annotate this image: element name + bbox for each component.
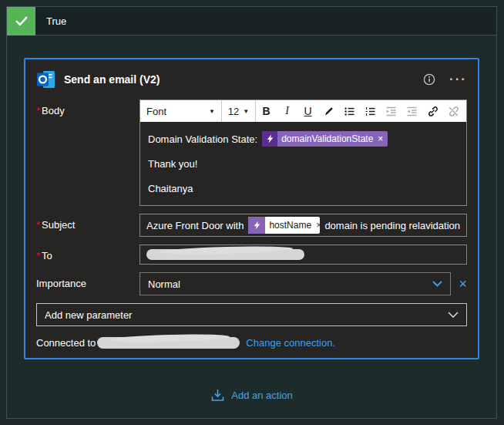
add-action-button[interactable]: Add an action	[210, 389, 293, 402]
token-label: domainValidationState	[277, 133, 377, 144]
field-label-importance: Importance	[36, 272, 139, 295]
subject-text-suffix: domain is pending relavidation	[324, 220, 460, 231]
body-text: Chaitanya	[148, 183, 193, 194]
indent-icon[interactable]	[402, 100, 422, 122]
subject-text-prefix: Azure Front Door with	[146, 220, 244, 231]
send-email-card[interactable]: Send an email (V2) ··· *Body	[24, 58, 479, 359]
required-marker: *	[36, 219, 40, 231]
card-fields: *Body Font ▼ 12 ▼	[36, 100, 467, 349]
bullet-list-icon[interactable]	[339, 100, 360, 122]
token-label: hostName	[265, 220, 315, 231]
dropdown-arrow-icon: ▼	[243, 108, 249, 115]
font-family-dropdown[interactable]: Font ▼	[140, 100, 222, 122]
logic-app-designer: True Send an email (V2) ···	[0, 0, 504, 425]
true-branch-header[interactable]: True	[7, 7, 496, 35]
outdent-icon[interactable]	[381, 100, 402, 122]
body-richtext-editor[interactable]: Font ▼ 12 ▼ B I U	[139, 100, 467, 206]
outlook-icon	[36, 69, 56, 89]
subject-row: *Subject Azure Front Door with hostName …	[36, 214, 467, 237]
ellipsis-menu[interactable]: ···	[449, 76, 467, 83]
expression-icon	[262, 131, 277, 147]
remove-importance-button[interactable]: ×	[459, 277, 467, 291]
add-action-icon	[210, 389, 225, 402]
bold-button[interactable]: B	[256, 100, 277, 122]
required-marker: *	[36, 105, 40, 116]
italic-button[interactable]: I	[277, 100, 297, 122]
importance-value: Normal	[148, 278, 180, 290]
subject-input[interactable]: Azure Front Door with hostName × domain …	[139, 214, 467, 237]
text-color-icon[interactable]	[318, 100, 339, 122]
token-hostName[interactable]: hostName ×	[248, 217, 320, 234]
change-connection-link[interactable]: Change connection.	[246, 337, 335, 349]
importance-row: Importance Normal ×	[36, 272, 467, 295]
to-row: *To	[36, 245, 467, 265]
body-text: Thank you!	[148, 158, 197, 170]
body-row: *Body Font ▼ 12 ▼	[36, 100, 467, 206]
required-marker: *	[36, 250, 40, 261]
body-content[interactable]: Domain Validation State: domainValidatio…	[140, 122, 466, 205]
connected-to-label: Connected to	[36, 337, 96, 349]
connection-info: Connected to Change connection.	[36, 337, 467, 349]
token-domainValidationState[interactable]: domainValidationState ×	[262, 131, 388, 147]
redacted-connection-value	[97, 337, 240, 349]
add-new-parameter-dropdown[interactable]: Add new parameter	[36, 303, 467, 326]
font-size-dropdown[interactable]: 12 ▼	[222, 100, 256, 122]
to-input[interactable]	[139, 245, 467, 265]
close-icon[interactable]: ×	[315, 220, 320, 231]
close-icon[interactable]: ×	[377, 133, 388, 144]
add-action-label: Add an action	[231, 390, 293, 401]
card-header: Send an email (V2) ···	[36, 69, 467, 90]
dropdown-arrow-icon: ▼	[209, 108, 215, 115]
unlink-icon[interactable]	[443, 100, 464, 122]
expression-icon	[248, 217, 265, 234]
field-label-to: *To	[36, 245, 139, 265]
importance-dropdown[interactable]: Normal	[139, 272, 451, 295]
link-icon[interactable]	[422, 100, 443, 122]
body-text: Domain Validation State:	[148, 133, 257, 145]
info-icon[interactable]	[423, 73, 435, 86]
add-new-parameter-label: Add new parameter	[45, 309, 132, 321]
field-label-subject: *Subject	[36, 214, 139, 237]
chevron-down-icon	[432, 281, 442, 287]
card-title: Send an email (V2)	[64, 73, 423, 86]
branch-title: True	[46, 15, 66, 27]
richtext-toolbar: Font ▼ 12 ▼ B I U	[140, 100, 466, 122]
underline-button[interactable]: U	[297, 100, 318, 122]
chevron-down-icon	[448, 312, 459, 319]
numbered-list-icon[interactable]	[360, 100, 381, 122]
field-label-body: *Body	[36, 100, 139, 206]
redacted-email-value	[146, 249, 304, 260]
check-icon	[7, 7, 35, 35]
true-branch-scope: True Send an email (V2) ···	[6, 6, 497, 419]
branch-footer: Add an action	[7, 389, 496, 402]
